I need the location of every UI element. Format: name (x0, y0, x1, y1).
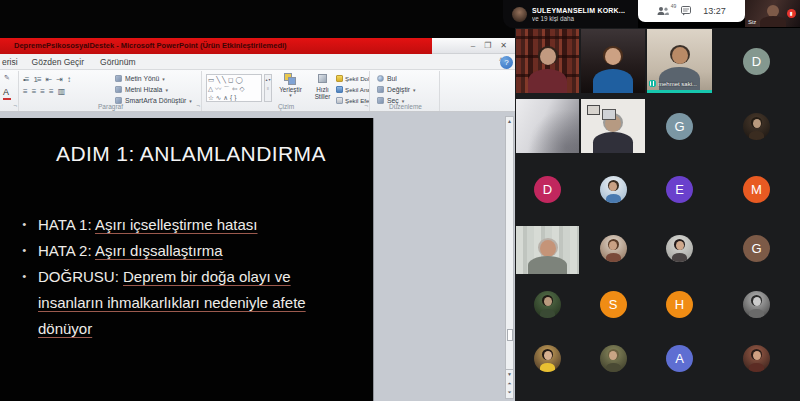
participant-tile[interactable] (515, 95, 580, 158)
slide: ADIM 1: ANLAMLANDIRMA HATA 1: Aşırı içse… (0, 118, 373, 401)
shape-icon[interactable]: ╲ (216, 76, 220, 84)
quick-styles-button[interactable]: Hızlı Stiller (307, 73, 338, 100)
scroll-down-icon[interactable]: ▼ (506, 370, 513, 379)
participant-tile[interactable] (713, 331, 800, 401)
shape-button--ekil-dolgusu[interactable]: Şekil Dolgusu▾ (336, 73, 369, 84)
participant-tile[interactable] (580, 95, 646, 158)
shape-icon[interactable]: ⇦ (232, 85, 237, 93)
participant-tile[interactable] (646, 220, 713, 277)
participant-tile[interactable]: D (515, 158, 580, 220)
shape-button--ekil-anahatt-[interactable]: Şekil Anahattı▾ (336, 84, 369, 95)
participant-tile[interactable] (515, 331, 580, 401)
scrollbar-thumb[interactable] (507, 329, 513, 341)
silhouette-body (528, 256, 567, 274)
participant-tile[interactable] (580, 158, 646, 220)
self-view-tile[interactable]: Siz ▮ (745, 0, 800, 27)
shape-row: ▭╲╲◻◯ (208, 75, 260, 84)
slide-bullets: HATA 1: Aşırı içselleştirme hatasıHATA 2… (22, 212, 336, 342)
menu-tab-g-r-n-m[interactable]: Görünüm (100, 57, 135, 67)
participant-tile[interactable]: G (713, 220, 800, 277)
vertical-scrollbar[interactable]: ▲ ▼ ⏶ ⏷ (505, 116, 514, 399)
participant-tile[interactable] (515, 277, 580, 331)
participant-tile[interactable] (515, 220, 580, 277)
photo-avatar (600, 345, 627, 372)
participant-tile[interactable]: mehmet saki... (646, 28, 713, 95)
shapes-gallery-scrollbar[interactable]: ▴ ▾ ≡ (264, 74, 272, 102)
participant-tile[interactable] (713, 95, 800, 158)
shape-button-label: Şekil Anahattı (345, 86, 369, 93)
shape-icon[interactable]: ╲ (222, 76, 226, 84)
participant-name: SULEYMANSELIM KORK... (532, 7, 625, 14)
menu-tab-erisi[interactable]: erisi (2, 57, 18, 67)
help-icon[interactable]: ? (500, 56, 513, 69)
paragraph-icon-row: •≡1≡⇤⇥↕ (23, 74, 70, 86)
paragraph-button-metin-y-n-[interactable]: Metin Yönü▾ (115, 73, 201, 84)
participant-tile[interactable]: D (713, 28, 800, 95)
chat-button[interactable] (681, 6, 691, 16)
paragraph-button-icon (115, 86, 122, 93)
paragraph-format-icon[interactable]: ≡ (49, 87, 53, 97)
paragraph-format-icon[interactable]: ▥ (58, 87, 65, 97)
silhouette-body (606, 363, 621, 372)
shape-icon[interactable]: } (234, 94, 236, 102)
participant-tile[interactable]: G (646, 95, 713, 158)
paragraph-button-metni-hizala[interactable]: Metni Hizala▾ (115, 84, 201, 95)
editing-button-bul[interactable]: Bul (377, 73, 437, 84)
paragraph-format-icon[interactable]: ≡ (23, 87, 27, 97)
arrange-button[interactable]: Yerleştir ▾ (275, 73, 306, 98)
shape-icon[interactable]: ∧ (223, 94, 228, 102)
participant-tile[interactable] (580, 331, 646, 401)
paragraph-format-icon[interactable]: ⇥ (56, 75, 62, 85)
paragraph-format-icon[interactable]: 1≡ (33, 75, 40, 85)
participants-notification[interactable]: SULEYMANSELIM KORK... ve 19 kişi daha (503, 0, 638, 28)
shape-icon[interactable]: { (230, 94, 232, 102)
participant-tile[interactable] (515, 28, 580, 95)
menu-tab-g-zden-ge-ir[interactable]: Gözden Geçir (32, 57, 84, 67)
meeting-screen: DepremePsikososyalDestek - Microsoft Pow… (0, 0, 800, 401)
font-color-bar (3, 98, 11, 100)
paragraph-format-icon[interactable]: ≡ (40, 87, 44, 97)
close-button[interactable]: ✕ (500, 42, 507, 50)
shape-icon[interactable]: ⌒ (224, 85, 231, 93)
paragraph-format-icon[interactable]: •≡ (23, 75, 28, 85)
format-painter-icon[interactable]: ✎ (4, 74, 10, 82)
shape-icon[interactable]: ◇ (239, 85, 244, 93)
shape-icon[interactable]: ☆ (208, 94, 214, 102)
participant-tile[interactable]: A (646, 331, 713, 401)
shape-icon[interactable]: △ (208, 85, 213, 93)
editing-button-de-i-tir[interactable]: Değiştir▾ (377, 84, 437, 95)
shape-icon[interactable]: ◯ (235, 76, 242, 84)
ribbon-tab-bar: erisiGözden GeçirGörünüm ˄ (0, 54, 515, 70)
participant-name-label: mehmet saki... (658, 81, 697, 87)
shapes-gallery[interactable]: ▭╲╲◻◯△〰⌒⇦◇☆∿∧{} (206, 74, 262, 102)
previous-slide-button[interactable]: ⏶ (506, 379, 513, 388)
paragraph-format-icon[interactable]: ≡ (32, 87, 36, 97)
participant-tile[interactable]: H (646, 277, 713, 331)
photo-avatar (743, 291, 770, 318)
participant-tile[interactable] (580, 28, 646, 95)
participant-tile[interactable] (713, 277, 800, 331)
restore-button[interactable]: ❐ (484, 42, 491, 50)
font-color-icon[interactable]: A (3, 87, 9, 97)
shape-icon[interactable]: 〰 (215, 85, 222, 93)
participants-button[interactable]: 49 (657, 6, 669, 16)
scroll-up-icon[interactable]: ▲ (506, 117, 513, 126)
participant-tile[interactable]: M (713, 158, 800, 220)
slide-bullet: HATA 2: Aşırı dışsallaştırma (22, 238, 336, 264)
participant-tile[interactable]: S (580, 277, 646, 331)
paragraph-format-icon[interactable]: ⇤ (46, 75, 52, 85)
paragraph-group-label: Paragraf (20, 103, 201, 110)
slide-nav-buttons: ▼ ⏶ ⏷ (506, 369, 513, 397)
shape-icon[interactable]: ∿ (216, 94, 221, 102)
minimize-button[interactable]: – (471, 42, 475, 50)
silhouette-face (609, 182, 617, 191)
shape-icon[interactable]: ▭ (208, 76, 214, 84)
dropdown-arrow-icon: ▾ (165, 87, 168, 93)
silhouette-body (749, 131, 764, 140)
participant-tile[interactable] (580, 220, 646, 277)
notification-texts: SULEYMANSELIM KORK... ve 19 kişi daha (532, 7, 625, 22)
participant-tile[interactable]: E (646, 158, 713, 220)
next-slide-button[interactable]: ⏷ (506, 388, 513, 397)
paragraph-format-icon[interactable]: ↕ (67, 75, 70, 85)
shape-icon[interactable]: ◻ (228, 76, 233, 84)
